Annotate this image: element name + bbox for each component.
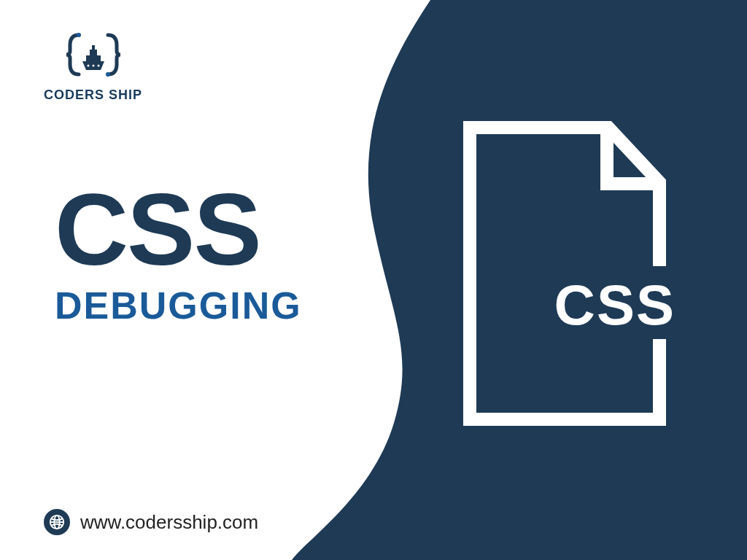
svg-rect-2 bbox=[92, 45, 95, 50]
headline-title: CSS bbox=[55, 179, 302, 281]
website-url: www.codersship.com bbox=[80, 511, 258, 534]
svg-rect-1 bbox=[90, 50, 97, 55]
headline-block: CSS DEBUGGING bbox=[55, 179, 302, 327]
svg-point-5 bbox=[97, 65, 99, 67]
svg-rect-0 bbox=[86, 55, 101, 61]
website-link[interactable]: www.codersship.com bbox=[44, 509, 258, 535]
file-label-text: CSS bbox=[554, 273, 676, 337]
svg-point-3 bbox=[87, 65, 89, 67]
ship-braces-icon bbox=[64, 29, 123, 83]
svg-point-4 bbox=[92, 65, 94, 67]
css-file-icon: CSS bbox=[441, 113, 681, 437]
promo-card: CODERS SHIP CSS DEBUGGING www.codersship… bbox=[0, 0, 747, 560]
svg-point-7 bbox=[106, 72, 110, 77]
svg-point-6 bbox=[77, 33, 81, 37]
headline-subtitle: DEBUGGING bbox=[55, 284, 302, 327]
brand-name: CODERS SHIP bbox=[44, 88, 142, 103]
globe-icon bbox=[44, 509, 70, 535]
brand-logo: CODERS SHIP bbox=[44, 29, 142, 103]
